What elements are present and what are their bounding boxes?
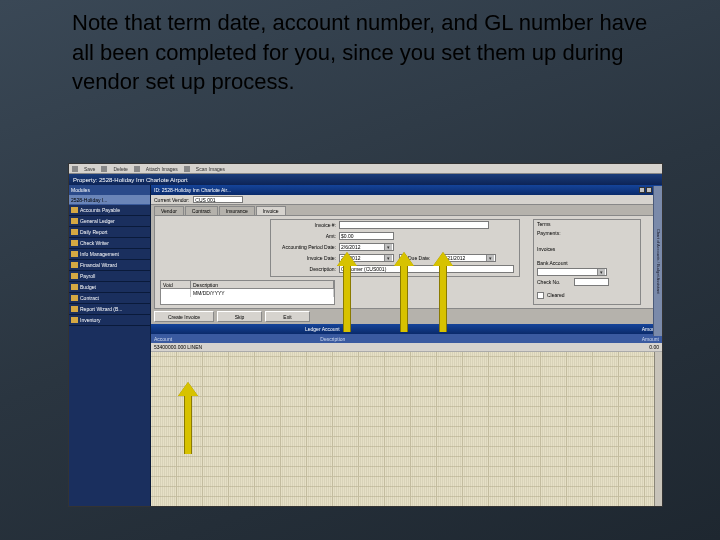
sidebar-item-check[interactable]: Check Writer <box>69 238 150 249</box>
acct-period-field[interactable]: 2/6/2012 <box>339 243 394 251</box>
void-cell-date[interactable]: MM/DD/YYYY <box>191 289 334 297</box>
tab-invoice[interactable]: Invoice <box>256 206 286 215</box>
scan-button[interactable]: Scan Images <box>196 166 225 172</box>
folder-icon <box>71 207 78 213</box>
grid-sub-amount: Amount <box>642 336 659 342</box>
sidebar-item-label: Accounts Payable <box>80 207 120 213</box>
current-vendor-input[interactable] <box>193 196 243 203</box>
cleared-checkbox[interactable] <box>537 292 544 299</box>
create-invoice-button[interactable]: Create Invoice <box>154 311 214 322</box>
exit-button[interactable]: Exit <box>265 311 310 322</box>
check-no-field[interactable] <box>574 278 609 286</box>
invoice-no-field[interactable] <box>339 221 489 229</box>
sidebar-item-label: Budget <box>80 284 96 290</box>
amt-field[interactable]: $0.00 <box>339 232 394 240</box>
arrow-icon <box>337 252 357 266</box>
child-window-title: ID: 2528-Holiday Inn Charlote Air... <box>154 187 231 193</box>
arrow-shaft <box>343 266 351 332</box>
sidebar: Modules 2528-Holiday I... Accounts Payab… <box>69 185 151 506</box>
right-collapsed-panel[interactable]: Chart of Accounts / Budget Assistant <box>653 186 662 336</box>
arrow-shaft <box>184 396 192 454</box>
sidebar-item-budget[interactable]: Budget <box>69 282 150 293</box>
grid-sub-account: Account <box>154 336 172 342</box>
sidebar-item-label: Report Wizard (B... <box>80 306 123 312</box>
property-titlebar: Property: 2528-Holiday Inn Charlote Airp… <box>69 174 662 185</box>
vertical-scrollbar[interactable] <box>654 352 662 506</box>
maximize-button[interactable] <box>646 187 652 193</box>
instruction-note: Note that term date, account number, and… <box>72 8 652 97</box>
property-title: Property: 2528-Holiday Inn Charlote Airp… <box>73 177 188 183</box>
sidebar-item-payroll[interactable]: Payroll <box>69 271 150 282</box>
sidebar-item-finwiz[interactable]: Financial Wizard <box>69 260 150 271</box>
folder-icon <box>71 284 78 290</box>
void-col-void: Void <box>161 281 191 288</box>
child-window-titlebar: ID: 2528-Holiday Inn Charlote Air... <box>151 185 662 195</box>
tab-contract[interactable]: Contract <box>185 206 218 215</box>
check-no-label: Check No. <box>537 279 560 285</box>
folder-icon <box>71 306 78 312</box>
folder-icon <box>71 218 78 224</box>
sidebar-item-gl[interactable]: General Ledger <box>69 216 150 227</box>
top-toolbar: Save Delete Attach Images Scan Images <box>69 164 662 174</box>
cleared-label: Cleared <box>547 292 565 298</box>
sidebar-property-tab[interactable]: 2528-Holiday I... <box>69 195 150 205</box>
sidebar-item-label: Contract <box>80 295 99 301</box>
delete-icon <box>101 166 107 172</box>
terms-label: Terms <box>537 221 551 227</box>
grid-subheader: Account Description Amount <box>151 334 662 343</box>
folder-icon <box>71 251 78 257</box>
invoices-label: Invoices <box>537 246 555 252</box>
invoice-date-label: Invoice Date: <box>281 255 336 261</box>
sidebar-item-label: Payroll <box>80 273 95 279</box>
grid-title: Ledger Account <box>305 326 340 332</box>
tab-row: Vendor Contract Insurance Invoice <box>151 205 662 215</box>
void-grid: Void Description MM/DD/YYYY <box>160 280 335 305</box>
acct-period-label: Accounting Period Date: <box>265 244 336 250</box>
arrow-icon <box>394 252 414 266</box>
grid-body[interactable] <box>151 352 662 506</box>
delete-button[interactable]: Delete <box>113 166 127 172</box>
minimize-button[interactable] <box>639 187 645 193</box>
arrow-shaft <box>400 266 408 332</box>
skip-button[interactable]: Skip <box>217 311 262 322</box>
arrow-icon <box>433 252 453 266</box>
sidebar-item-contract[interactable]: Contract <box>69 293 150 304</box>
void-col-desc: Description <box>191 281 334 288</box>
bank-label: Bank Account <box>537 260 568 266</box>
sidebar-item-ap[interactable]: Accounts Payable <box>69 205 150 216</box>
tab-insurance[interactable]: Insurance <box>219 206 255 215</box>
payment-groupbox: Terms Payments: Invoices Bank Account Ch… <box>533 219 641 305</box>
app-window: Save Delete Attach Images Scan Images Pr… <box>68 163 663 507</box>
sidebar-item-daily[interactable]: Daily Report <box>69 227 150 238</box>
arrow-icon <box>178 382 198 396</box>
grid-cell-account: 53400000.000 LINEN <box>154 344 202 350</box>
sidebar-header: Modules <box>69 185 150 195</box>
current-vendor-label: Current Vendor: <box>154 197 189 203</box>
invoice-no-label: Invoice #: <box>281 222 336 228</box>
folder-icon <box>71 295 78 301</box>
attach-button[interactable]: Attach Images <box>146 166 178 172</box>
grid-row[interactable]: 53400000.000 LINEN 0.00 <box>151 343 662 352</box>
sidebar-item-label: Check Writer <box>80 240 109 246</box>
tab-vendor[interactable]: Vendor <box>154 206 184 215</box>
sidebar-item-label: Daily Report <box>80 229 108 235</box>
folder-icon <box>71 229 78 235</box>
arrow-shaft <box>439 266 447 332</box>
folder-icon <box>71 317 78 323</box>
bank-account-field[interactable] <box>537 268 607 276</box>
invoice-groupbox: Invoice #: Amt: $0.00 Accounting Period … <box>270 219 520 277</box>
sidebar-item-inventory[interactable]: Inventory <box>69 315 150 326</box>
sidebar-item-info[interactable]: Info Management <box>69 249 150 260</box>
amt-label: Amt: <box>301 233 336 239</box>
sidebar-item-report[interactable]: Report Wizard (B... <box>69 304 150 315</box>
grid-sub-desc: Description <box>320 336 345 342</box>
sidebar-item-label: Info Management <box>80 251 119 257</box>
sidebar-item-label: Financial Wizard <box>80 262 117 268</box>
save-button[interactable]: Save <box>84 166 95 172</box>
desc-field[interactable]: Customer (CUS001) <box>339 265 514 273</box>
desc-label: Description: <box>281 266 336 272</box>
void-cell-checkbox[interactable] <box>161 289 191 297</box>
payments-label: Payments: <box>537 230 561 236</box>
attach-icon <box>134 166 140 172</box>
vendor-bar: Current Vendor: <box>151 195 662 205</box>
